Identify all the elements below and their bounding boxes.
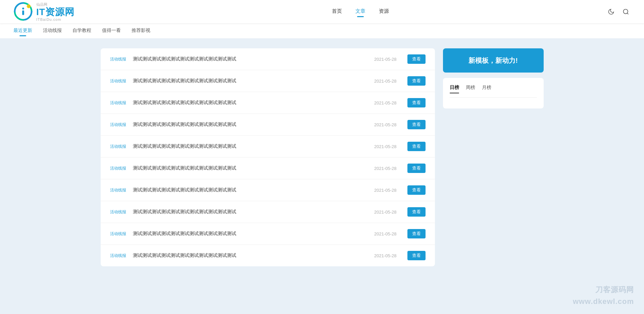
rank-tab-月榜[interactable]: 月榜 bbox=[482, 85, 491, 92]
article-tag: 活动线报 bbox=[110, 56, 128, 62]
article-item: 活动线报测试测试测试测试测试测试测试测试测试测试测试2021-05-28查看 bbox=[101, 70, 435, 92]
sub-nav-item-活动线报[interactable]: 活动线报 bbox=[43, 28, 62, 35]
main-nav: 首页文章资源 bbox=[114, 8, 606, 16]
sidebar-banner-text: 新模板，新动力! bbox=[468, 56, 518, 65]
svg-line-6 bbox=[627, 13, 629, 14]
article-title[interactable]: 测试测试测试测试测试测试测试测试测试测试测试 bbox=[133, 56, 369, 62]
header: 仙品网 IT资源网 ITBaiDu.com 首页文章资源 bbox=[0, 0, 644, 24]
article-date: 2021-05-28 bbox=[374, 166, 397, 171]
nav-item-文章[interactable]: 文章 bbox=[355, 8, 365, 16]
logo-sub-text: ITBaiDu.com bbox=[36, 17, 75, 21]
view-button[interactable]: 查看 bbox=[407, 76, 426, 86]
article-tag: 活动线报 bbox=[110, 231, 128, 237]
main-container: 活动线报测试测试测试测试测试测试测试测试测试测试测试2021-05-28查看活动… bbox=[87, 48, 557, 266]
sidebar-banner[interactable]: 新模板，新动力! bbox=[443, 48, 544, 73]
search-icon[interactable] bbox=[621, 7, 631, 16]
watermark: 刀客源码网 www.dkewl.com bbox=[573, 284, 634, 307]
nav-item-资源[interactable]: 资源 bbox=[379, 8, 389, 16]
rank-tab-日榜[interactable]: 日榜 bbox=[450, 85, 459, 92]
rank-tab-周榜[interactable]: 周榜 bbox=[466, 85, 475, 92]
view-button[interactable]: 查看 bbox=[407, 142, 426, 151]
article-tag: 活动线报 bbox=[110, 187, 128, 193]
header-icons bbox=[606, 7, 631, 16]
article-title[interactable]: 测试测试测试测试测试测试测试测试测试测试测试 bbox=[133, 143, 369, 149]
article-date: 2021-05-28 bbox=[374, 100, 397, 105]
view-button[interactable]: 查看 bbox=[407, 207, 426, 217]
rank-tabs: 日榜周榜月榜 bbox=[450, 85, 537, 92]
article-item: 活动线报测试测试测试测试测试测试测试测试测试测试测试2021-05-28查看 bbox=[101, 245, 435, 266]
view-button[interactable]: 查看 bbox=[407, 185, 426, 195]
sidebar-rank: 日榜周榜月榜 bbox=[443, 78, 544, 108]
sub-nav-item-值得一看[interactable]: 值得一看 bbox=[102, 28, 121, 35]
article-title[interactable]: 测试测试测试测试测试测试测试测试测试测试测试 bbox=[133, 231, 369, 237]
article-title[interactable]: 测试测试测试测试测试测试测试测试测试测试测试 bbox=[133, 78, 369, 84]
article-date: 2021-05-28 bbox=[374, 188, 397, 193]
view-button[interactable]: 查看 bbox=[407, 98, 426, 107]
article-title[interactable]: 测试测试测试测试测试测试测试测试测试测试测试 bbox=[133, 165, 369, 171]
article-tag: 活动线报 bbox=[110, 144, 128, 149]
article-list: 活动线报测试测试测试测试测试测试测试测试测试测试测试2021-05-28查看活动… bbox=[101, 48, 435, 266]
view-button[interactable]: 查看 bbox=[407, 251, 426, 260]
view-button[interactable]: 查看 bbox=[407, 54, 426, 64]
article-date: 2021-05-28 bbox=[374, 57, 397, 62]
article-item: 活动线报测试测试测试测试测试测试测试测试测试测试测试2021-05-28查看 bbox=[101, 201, 435, 223]
sub-nav: 最近更新活动线报自学教程值得一看推荐影视 bbox=[0, 24, 644, 38]
article-date: 2021-05-28 bbox=[374, 122, 397, 127]
article-date: 2021-05-28 bbox=[374, 231, 397, 236]
svg-rect-1 bbox=[22, 10, 24, 15]
logo-small-label: 仙品网 bbox=[36, 2, 75, 7]
article-title[interactable]: 测试测试测试测试测试测试测试测试测试测试测试 bbox=[133, 100, 369, 106]
article-title[interactable]: 测试测试测试测试测试测试测试测试测试测试测试 bbox=[133, 253, 369, 259]
article-item: 活动线报测试测试测试测试测试测试测试测试测试测试测试2021-05-28查看 bbox=[101, 136, 435, 158]
svg-point-0 bbox=[22, 7, 24, 9]
article-item: 活动线报测试测试测试测试测试测试测试测试测试测试测试2021-05-28查看 bbox=[101, 92, 435, 114]
article-item: 活动线报测试测试测试测试测试测试测试测试测试测试测试2021-05-28查看 bbox=[101, 223, 435, 245]
article-date: 2021-05-28 bbox=[374, 79, 397, 84]
article-title[interactable]: 测试测试测试测试测试测试测试测试测试测试测试 bbox=[133, 122, 369, 128]
sub-nav-item-推荐影视[interactable]: 推荐影视 bbox=[132, 28, 150, 35]
watermark-line1: 刀客源码网 bbox=[573, 284, 634, 296]
article-title[interactable]: 测试测试测试测试测试测试测试测试测试测试测试 bbox=[133, 209, 369, 215]
view-button[interactable]: 查看 bbox=[407, 120, 426, 129]
rank-divider bbox=[450, 97, 537, 98]
article-tag: 活动线报 bbox=[110, 166, 128, 171]
nav-item-首页[interactable]: 首页 bbox=[332, 8, 342, 16]
article-title[interactable]: 测试测试测试测试测试测试测试测试测试测试测试 bbox=[133, 187, 369, 193]
article-item: 活动线报测试测试测试测试测试测试测试测试测试测试测试2021-05-28查看 bbox=[101, 48, 435, 70]
sub-nav-item-自学教程[interactable]: 自学教程 bbox=[72, 28, 91, 35]
svg-point-2 bbox=[27, 4, 31, 8]
article-item: 活动线报测试测试测试测试测试测试测试测试测试测试测试2021-05-28查看 bbox=[101, 114, 435, 136]
article-item: 活动线报测试测试测试测试测试测试测试测试测试测试测试2021-05-28查看 bbox=[101, 179, 435, 201]
article-date: 2021-05-28 bbox=[374, 144, 397, 149]
svg-point-4 bbox=[29, 6, 30, 6]
article-date: 2021-05-28 bbox=[374, 253, 397, 258]
article-tag: 活动线报 bbox=[110, 209, 128, 215]
logo-main-text: IT资源网 bbox=[36, 7, 75, 17]
article-item: 活动线报测试测试测试测试测试测试测试测试测试测试测试2021-05-28查看 bbox=[101, 158, 435, 179]
article-tag: 活动线报 bbox=[110, 122, 128, 128]
article-tag: 活动线报 bbox=[110, 100, 128, 106]
sub-nav-item-最近更新[interactable]: 最近更新 bbox=[13, 28, 32, 35]
view-button[interactable]: 查看 bbox=[407, 164, 426, 173]
article-date: 2021-05-28 bbox=[374, 210, 397, 215]
svg-point-5 bbox=[624, 9, 628, 14]
logo-area: 仙品网 IT资源网 ITBaiDu.com bbox=[13, 2, 114, 22]
watermark-line2: www.dkewl.com bbox=[573, 296, 634, 307]
article-tag: 活动线报 bbox=[110, 78, 128, 84]
sidebar: 新模板，新动力! 日榜周榜月榜 bbox=[443, 48, 544, 266]
article-tag: 活动线报 bbox=[110, 253, 128, 259]
logo-icon bbox=[13, 2, 34, 22]
view-button[interactable]: 查看 bbox=[407, 229, 426, 238]
theme-toggle-icon[interactable] bbox=[606, 7, 616, 16]
logo-text: 仙品网 IT资源网 ITBaiDu.com bbox=[36, 2, 75, 21]
svg-point-3 bbox=[28, 6, 29, 6]
